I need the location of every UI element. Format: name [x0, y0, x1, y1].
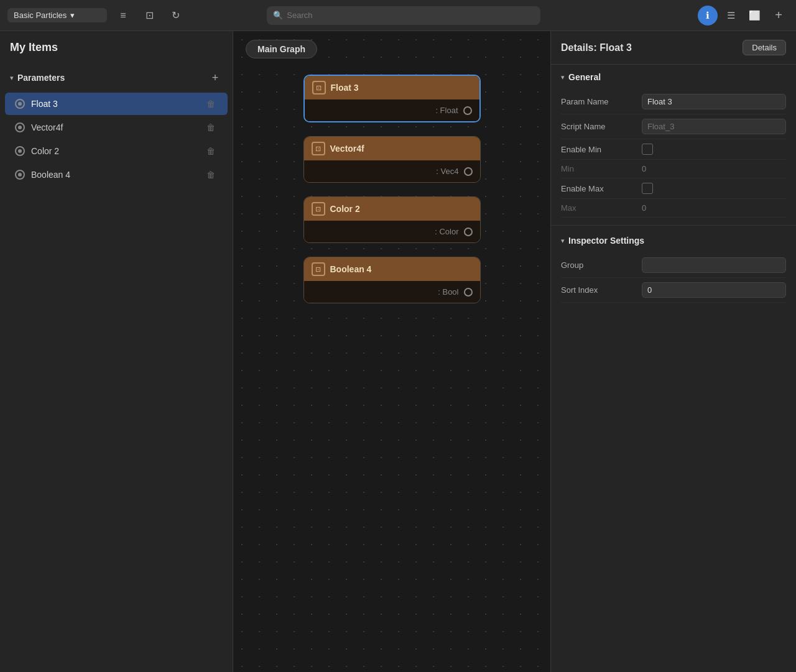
- add-parameter-button[interactable]: +: [208, 70, 223, 85]
- chevron-down-icon: ▾: [70, 11, 75, 20]
- param-name-input[interactable]: [642, 94, 786, 109]
- sort-index-row: Sort Index: [561, 278, 786, 303]
- item-radio-icon: [15, 170, 25, 180]
- refresh-icon[interactable]: ↻: [165, 6, 185, 25]
- min-label: Min: [561, 164, 642, 173]
- node-header: ⊡ Color 2: [304, 197, 480, 221]
- sort-index-input[interactable]: [642, 282, 786, 298]
- sidebar-item-label: Boolean 4: [31, 170, 204, 180]
- sidebar-header: My Items: [0, 31, 233, 67]
- sort-index-value[interactable]: [642, 282, 786, 298]
- general-section-title: General: [568, 72, 601, 82]
- item-radio-icon: [15, 146, 25, 156]
- enable-max-checkbox[interactable]: [642, 183, 653, 194]
- sidebar-item-float3[interactable]: Float 3 🗑: [5, 93, 228, 115]
- sidebar-item-label: Float 3: [31, 99, 204, 109]
- topbar: Basic Particles ▾ ≡ ⊡ ↻ 🔍 ℹ ☰ ⬜ +: [0, 0, 796, 31]
- parameters-section-header: ▾ Parameters +: [0, 67, 233, 89]
- enable-min-checkbox-wrapper[interactable]: [642, 144, 786, 155]
- layout-icon[interactable]: ⬜: [745, 6, 765, 25]
- graph-node-color2[interactable]: ⊡ Color 2 : Color: [303, 196, 481, 243]
- chevron-down-icon: ▾: [10, 74, 14, 82]
- enable-max-row: Enable Max: [561, 178, 786, 199]
- graph-node-float3[interactable]: ⊡ Float 3 : Float: [303, 75, 481, 122]
- enable-min-checkbox[interactable]: [642, 144, 653, 155]
- node-type-label: : Float: [435, 106, 458, 115]
- script-name-label: Script Name: [561, 122, 642, 131]
- graph-node-vector4f[interactable]: ⊡ Vector4f : Vec4: [303, 136, 481, 183]
- parameters-label: Parameters: [17, 73, 65, 83]
- node-connector[interactable]: [464, 228, 473, 236]
- chevron-down-icon: ▾: [561, 237, 565, 245]
- item-radio-icon: [15, 122, 25, 132]
- node-label: Vector4f: [330, 144, 364, 154]
- node-body: : Vec4: [304, 160, 480, 182]
- topbar-right: ℹ ☰ ⬜ +: [698, 6, 789, 25]
- script-name-row: Script Name: [561, 114, 786, 139]
- delete-icon[interactable]: 🗑: [204, 145, 218, 157]
- sort-index-label: Sort Index: [561, 285, 642, 295]
- max-row: Max 0: [561, 199, 786, 218]
- search-icon: 🔍: [273, 11, 283, 20]
- min-number: 0: [642, 162, 646, 176]
- node-header: ⊡ Float 3: [305, 76, 479, 99]
- max-label: Max: [561, 203, 642, 213]
- node-label: Boolean 4: [330, 264, 372, 274]
- general-section-title-row: ▾ General: [561, 72, 786, 82]
- graph-area[interactable]: Main Graph ⊡ Float 3 : Float ⊡ Vector4f: [233, 31, 550, 672]
- sidebar-item-color2[interactable]: Color 2 🗑: [5, 140, 228, 162]
- search-input[interactable]: [287, 11, 534, 20]
- project-selector[interactable]: Basic Particles ▾: [7, 8, 107, 22]
- info-icon[interactable]: ℹ: [698, 6, 718, 25]
- window-icon[interactable]: ⊡: [139, 6, 159, 25]
- max-number: 0: [642, 201, 646, 215]
- right-panel-header: Details: Float 3 Details: [551, 31, 796, 65]
- add-icon[interactable]: +: [769, 6, 789, 25]
- inspector-section-title: Inspector Settings: [568, 236, 644, 246]
- chevron-down-icon: ▾: [561, 73, 565, 81]
- main-content: My Items ▾ Parameters + Float 3 🗑: [0, 31, 796, 672]
- param-name-row: Param Name: [561, 90, 786, 114]
- param-name-label: Param Name: [561, 97, 642, 106]
- right-panel: Details: Float 3 Details ▾ General Param…: [550, 31, 796, 672]
- enable-min-row: Enable Min: [561, 139, 786, 160]
- sidebar-item-boolean4[interactable]: Boolean 4 🗑: [5, 163, 228, 186]
- inspector-section-title-row: ▾ Inspector Settings: [561, 236, 786, 246]
- search-bar[interactable]: 🔍: [267, 6, 540, 25]
- group-input[interactable]: [642, 257, 786, 273]
- section-header-left: ▾ Parameters: [10, 73, 65, 83]
- node-connector[interactable]: [463, 106, 472, 115]
- param-name-value[interactable]: [642, 94, 786, 109]
- enable-max-checkbox-wrapper[interactable]: [642, 183, 786, 194]
- graph-node-boolean4[interactable]: ⊡ Boolean 4 : Bool: [303, 257, 481, 303]
- right-panel-body: ▾ General Param Name Script Name: [551, 65, 796, 672]
- max-value: 0: [642, 203, 786, 213]
- sidebar-item-vector4f[interactable]: Vector4f 🗑: [5, 116, 228, 139]
- node-body: : Color: [304, 221, 480, 242]
- script-name-value[interactable]: [642, 119, 786, 134]
- radio-inner: [18, 173, 22, 177]
- graph-tab[interactable]: Main Graph: [246, 40, 317, 58]
- delete-icon[interactable]: 🗑: [204, 121, 218, 134]
- sidebar-title: My Items: [10, 41, 223, 54]
- group-row: Group: [561, 253, 786, 278]
- delete-icon[interactable]: 🗑: [204, 168, 218, 181]
- list-view-icon[interactable]: ☰: [721, 6, 741, 25]
- node-connector[interactable]: [464, 288, 473, 297]
- details-tab[interactable]: Details: [743, 40, 786, 55]
- right-panel-title: Details: Float 3: [561, 42, 632, 53]
- sidebar-items: Float 3 🗑 Vector4f 🗑 Color 2 🗑: [0, 89, 233, 190]
- enable-max-label: Enable Max: [561, 184, 642, 193]
- script-name-input[interactable]: [642, 119, 786, 134]
- delete-icon[interactable]: 🗑: [204, 98, 218, 110]
- node-connector[interactable]: [464, 167, 473, 176]
- node-header: ⊡ Vector4f: [304, 137, 480, 160]
- group-value[interactable]: [642, 257, 786, 273]
- radio-inner: [18, 149, 22, 153]
- sidebar-item-label: Color 2: [31, 146, 204, 156]
- node-type-label: : Vec4: [436, 167, 458, 176]
- node-type-icon: ⊡: [312, 142, 325, 155]
- general-section: ▾ General Param Name Script Name: [551, 65, 796, 223]
- menu-icon[interactable]: ≡: [113, 6, 133, 25]
- sidebar-item-label: Vector4f: [31, 122, 204, 132]
